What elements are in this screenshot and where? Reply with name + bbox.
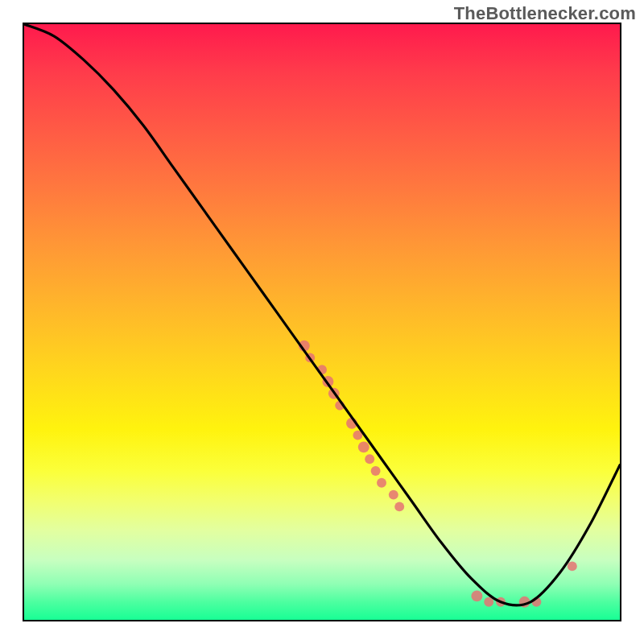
scatter-point: [358, 441, 369, 452]
scatter-point: [471, 590, 482, 601]
bottleneck-curve: [24, 24, 620, 605]
plot-area: [23, 23, 621, 621]
scatter-point: [568, 561, 577, 571]
scatter-point: [394, 502, 404, 511]
scatter-point: [377, 478, 386, 488]
scatter-point: [389, 490, 398, 500]
scatter-point: [365, 454, 374, 464]
scatter-points: [299, 341, 577, 608]
watermark-label: TheBottlenecker.com: [454, 3, 636, 24]
chart-frame: TheBottlenecker.com: [0, 0, 644, 644]
scatter-point: [371, 466, 381, 476]
chart-overlay-svg: [24, 24, 620, 620]
